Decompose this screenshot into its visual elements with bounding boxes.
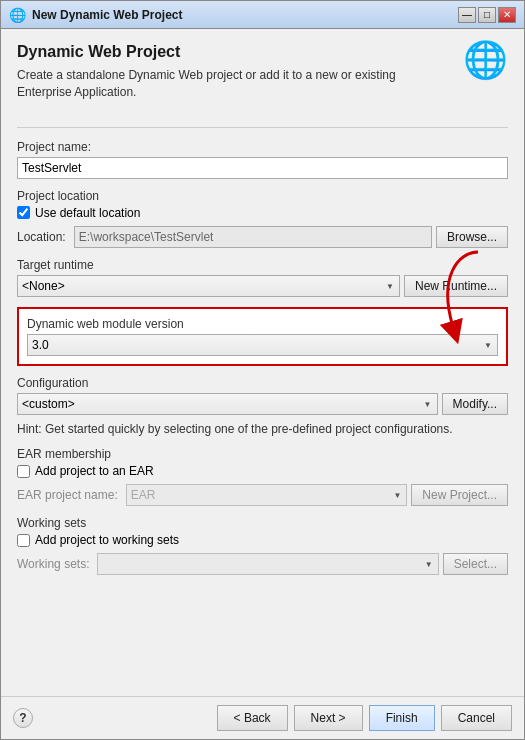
new-runtime-button[interactable]: New Runtime... bbox=[404, 275, 508, 297]
configuration-row: <custom> Modify... bbox=[17, 393, 508, 415]
footer-left: ? bbox=[13, 708, 33, 728]
working-sets-select-wrapper bbox=[97, 553, 438, 575]
back-button[interactable]: < Back bbox=[217, 705, 288, 731]
help-button[interactable]: ? bbox=[13, 708, 33, 728]
configuration-select-wrapper: <custom> bbox=[17, 393, 438, 415]
select-button: Select... bbox=[443, 553, 508, 575]
use-default-location-label: Use default location bbox=[35, 206, 140, 220]
window-title: New Dynamic Web Project bbox=[32, 8, 183, 22]
working-sets-section: Working sets Add project to working sets… bbox=[17, 516, 508, 575]
ear-project-select-wrapper: EAR bbox=[126, 484, 408, 506]
browse-button[interactable]: Browse... bbox=[436, 226, 508, 248]
project-name-field: Project name: bbox=[17, 140, 508, 179]
project-name-label: Project name: bbox=[17, 140, 508, 154]
use-default-location-checkbox[interactable] bbox=[17, 206, 30, 219]
dynamic-web-module-select[interactable]: 3.0 2.5 2.4 2.3 2.2 bbox=[27, 334, 498, 356]
add-to-working-sets-row: Add project to working sets bbox=[17, 533, 508, 547]
main-window: 🌐 New Dynamic Web Project — □ ✕ Dynamic … bbox=[0, 0, 525, 740]
minimize-button[interactable]: — bbox=[458, 7, 476, 23]
close-button[interactable]: ✕ bbox=[498, 7, 516, 23]
finish-button[interactable]: Finish bbox=[369, 705, 435, 731]
title-bar: 🌐 New Dynamic Web Project — □ ✕ bbox=[1, 1, 524, 29]
project-location-section: Project location Use default location Lo… bbox=[17, 189, 508, 248]
dynamic-web-module-label: Dynamic web module version bbox=[27, 317, 498, 331]
project-name-input[interactable] bbox=[17, 157, 508, 179]
use-default-location-row: Use default location bbox=[17, 206, 508, 220]
dialog-content: Dynamic Web Project Create a standalone … bbox=[1, 29, 524, 696]
dynamic-web-module-select-wrapper: 3.0 2.5 2.4 2.3 2.2 bbox=[27, 334, 498, 356]
dialog-footer: ? < Back Next > Finish Cancel bbox=[1, 696, 524, 739]
ear-membership-label: EAR membership bbox=[17, 447, 508, 461]
page-description: Create a standalone Dynamic Web project … bbox=[17, 67, 407, 101]
window-icon: 🌐 bbox=[9, 7, 26, 23]
working-sets-select bbox=[97, 553, 438, 575]
project-location-label: Project location bbox=[17, 189, 508, 203]
page-title: Dynamic Web Project bbox=[17, 43, 407, 61]
target-runtime-section: Target runtime <None> New Runtime... bbox=[17, 258, 508, 297]
working-sets-label: Working sets bbox=[17, 516, 508, 530]
location-input bbox=[74, 226, 432, 248]
location-row: Location: Browse... bbox=[17, 226, 508, 248]
working-sets-row: Working sets: Select... bbox=[17, 553, 508, 575]
ear-membership-section: EAR membership Add project to an EAR EAR… bbox=[17, 447, 508, 506]
configuration-section: Configuration <custom> Modify... Hint: G… bbox=[17, 376, 508, 438]
dynamic-web-module-container: Dynamic web module version 3.0 2.5 2.4 2… bbox=[17, 307, 508, 366]
target-runtime-row: <None> New Runtime... bbox=[17, 275, 508, 297]
add-to-ear-checkbox[interactable] bbox=[17, 465, 30, 478]
modify-button[interactable]: Modify... bbox=[442, 393, 508, 415]
add-to-ear-label: Add project to an EAR bbox=[35, 464, 154, 478]
working-sets-field-label: Working sets: bbox=[17, 553, 89, 575]
ear-project-select: EAR bbox=[126, 484, 408, 506]
globe-icon: 🌐 bbox=[463, 39, 508, 81]
title-bar-left: 🌐 New Dynamic Web Project bbox=[9, 7, 183, 23]
cancel-button[interactable]: Cancel bbox=[441, 705, 512, 731]
add-to-working-sets-label: Add project to working sets bbox=[35, 533, 179, 547]
target-runtime-label: Target runtime bbox=[17, 258, 508, 272]
configuration-hint: Hint: Get started quickly by selecting o… bbox=[17, 421, 508, 438]
title-bar-buttons: — □ ✕ bbox=[458, 7, 516, 23]
add-to-ear-row: Add project to an EAR bbox=[17, 464, 508, 478]
dynamic-web-module-section: Dynamic web module version 3.0 2.5 2.4 2… bbox=[17, 307, 508, 366]
location-label: Location: bbox=[17, 226, 66, 248]
footer-right: < Back Next > Finish Cancel bbox=[217, 705, 512, 731]
target-runtime-select-wrapper: <None> bbox=[17, 275, 400, 297]
next-button[interactable]: Next > bbox=[294, 705, 363, 731]
configuration-select[interactable]: <custom> bbox=[17, 393, 438, 415]
ear-project-name-label: EAR project name: bbox=[17, 484, 118, 506]
new-project-button: New Project... bbox=[411, 484, 508, 506]
target-runtime-select[interactable]: <None> bbox=[17, 275, 400, 297]
maximize-button[interactable]: □ bbox=[478, 7, 496, 23]
ear-project-row: EAR project name: EAR New Project... bbox=[17, 484, 508, 506]
configuration-label: Configuration bbox=[17, 376, 508, 390]
add-to-working-sets-checkbox[interactable] bbox=[17, 534, 30, 547]
